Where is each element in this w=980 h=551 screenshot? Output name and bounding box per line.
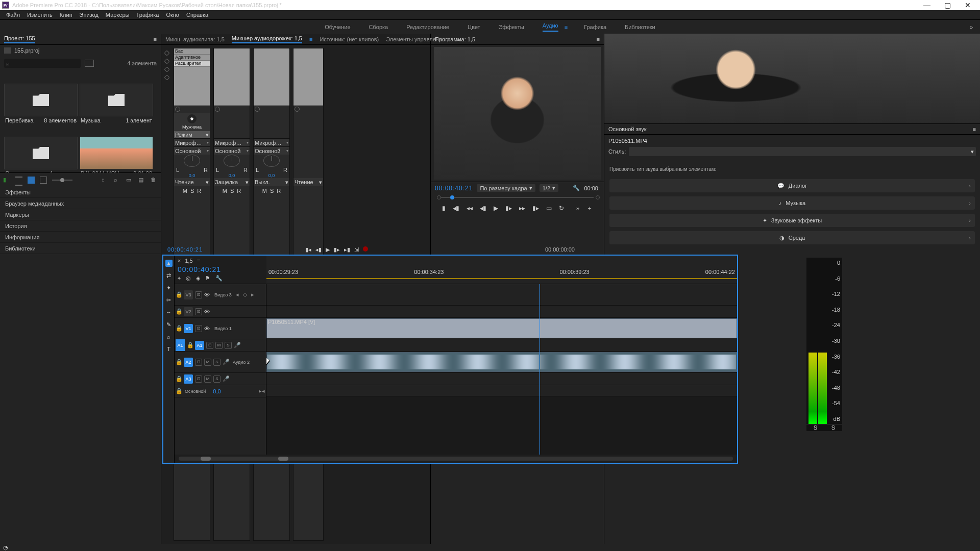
record-button[interactable]: R — [197, 188, 201, 194]
play-button[interactable]: ▶ — [494, 205, 498, 212]
automation-mode-dropdown[interactable]: Выкл.▾ — [254, 178, 289, 186]
track-a2-header[interactable]: 🔒 A2 ⊡ M S 🎤 Аудио 2 — [175, 352, 266, 373]
sync-lock[interactable]: ⊡ — [206, 342, 213, 349]
output-dropdown[interactable]: Основной▾ — [254, 146, 289, 155]
work-area-bar[interactable] — [266, 278, 737, 279]
track-target[interactable]: A3 — [184, 374, 193, 384]
tab-mixer-menu-icon[interactable]: ≡ — [309, 36, 312, 42]
export-frame-button[interactable]: ▭ — [546, 205, 552, 212]
ripple-tool[interactable]: ✦ — [165, 284, 173, 291]
mute-button[interactable]: M — [204, 359, 211, 366]
sync-lock[interactable]: ⊡ — [195, 375, 202, 383]
thumbnail-size-slider[interactable] — [52, 180, 72, 181]
timeline-ruler[interactable]: 00:00:29:23 00:00:34:23 00:00:39:23 00:0… — [266, 256, 737, 284]
zoom-fit-dropdown[interactable]: По размеру кадра▾ — [477, 184, 535, 192]
button-editor[interactable]: ＋ — [586, 204, 593, 213]
new-bin-button[interactable]: ▭ — [126, 177, 133, 184]
master-value[interactable]: 0,0 — [213, 388, 220, 394]
mixer-show-hide-icon[interactable] — [164, 50, 169, 56]
step-back[interactable]: ◂▮ — [315, 246, 322, 253]
project-search-input[interactable]: ⌕ — [4, 59, 81, 68]
sfx-button[interactable]: ✦Звуковые эффекты› — [609, 214, 975, 227]
type-tool[interactable]: T — [165, 345, 173, 353]
transport-overflow[interactable]: » — [576, 205, 579, 211]
workspace-tab-editing[interactable]: Редактирование — [404, 24, 451, 30]
list-view-button[interactable] — [15, 177, 22, 184]
pan-knob[interactable]: LR0,0 — [214, 155, 250, 178]
selection-tool[interactable]: ▲ — [165, 260, 173, 267]
bin-dji-clip[interactable]: DJI_0044.MOV9:21:08 — [80, 126, 153, 172]
step-fwd[interactable]: ▮▸ — [334, 246, 340, 253]
record-indicator[interactable] — [363, 246, 368, 252]
mute-button[interactable]: M — [204, 375, 211, 383]
workspace-tab-assembly[interactable]: Сборка — [367, 24, 390, 30]
solo-button[interactable]: S — [225, 342, 232, 349]
tab-track-mixer[interactable]: Микшер аудиодорожек: 1,5 — [232, 35, 302, 43]
panel-info[interactable]: Информация — [0, 232, 161, 243]
solo-left[interactable]: S — [814, 424, 817, 431]
timeline-lanes[interactable]: P1050511.MP4 [V] — [266, 284, 737, 455]
lock-icon[interactable]: 🔒 — [176, 291, 182, 298]
lock-icon[interactable]: 🔒 — [187, 342, 193, 348]
lock-icon[interactable]: 🔒 — [176, 308, 182, 315]
track-v2-header[interactable]: 🔒 V2 ⊡ 👁 — [175, 306, 266, 318]
mark-in-button[interactable]: ◂▮ — [453, 205, 459, 212]
workspace-overflow-button[interactable]: » — [970, 24, 973, 30]
tab-source[interactable]: Источник: (нет клипов) — [320, 36, 379, 42]
add-keyframe[interactable]: ◇ — [243, 291, 247, 298]
bin-music[interactable]: Музыка1 элемент — [80, 72, 153, 123]
send-slot[interactable] — [254, 106, 289, 113]
menu-window[interactable]: Окно — [163, 12, 182, 18]
track-target[interactable]: V3 — [184, 290, 193, 299]
menu-markers[interactable]: Маркеры — [103, 12, 133, 18]
workspace-tab-graphics[interactable]: Графика — [582, 24, 608, 30]
insert[interactable]: ⇲ — [354, 246, 359, 253]
program-panel-menu-icon[interactable]: ≡ — [597, 36, 600, 42]
out-icon[interactable]: ▸◂ — [259, 388, 265, 394]
maximize-button[interactable]: ▢ — [937, 1, 958, 9]
track-a3-header[interactable]: 🔒 A3 ⊡ M S 🎤 — [175, 373, 266, 385]
workspace-audio-menu-icon[interactable]: ≡ — [565, 24, 568, 30]
record-button[interactable]: R — [277, 188, 281, 194]
seq-close-icon[interactable]: × — [178, 258, 181, 264]
menu-clip[interactable]: Клип — [57, 12, 76, 18]
tab-effect-controls[interactable]: Элементы управления э — [386, 36, 450, 42]
delete-button[interactable]: 🗑 — [151, 177, 158, 184]
new-item-button[interactable]: ▤ — [138, 177, 145, 184]
program-video[interactable] — [434, 47, 601, 180]
eye-icon[interactable]: 👁 — [204, 309, 211, 315]
sort-button[interactable]: ↕ — [102, 177, 109, 184]
fx-slot-bass[interactable]: Бас — [174, 48, 210, 55]
close-button[interactable]: ✕ — [958, 1, 978, 9]
fx-slot-adaptive[interactable]: Адаптивное — [174, 55, 210, 61]
sequence-name[interactable]: 1,5 — [185, 258, 192, 264]
panel-history[interactable]: История — [0, 220, 161, 232]
ambience-button[interactable]: ◑Среда› — [609, 231, 975, 244]
sync-lock[interactable]: ⊡ — [195, 325, 202, 332]
next-keyframe[interactable]: ▸ — [251, 291, 254, 298]
pan-knob[interactable]: LR 0,0 — [174, 155, 210, 178]
go-to-out-button[interactable]: ▸▸ — [519, 205, 525, 212]
preset-avatar-icon[interactable] — [187, 114, 197, 123]
timeline-top-timecode[interactable]: 00:00:40:21 — [167, 246, 203, 253]
preset-mode-dropdown[interactable]: Режим▾ — [174, 131, 210, 138]
snap-icon[interactable]: ⌖ — [178, 275, 181, 282]
workspace-tab-effects[interactable]: Эффекты — [497, 24, 526, 30]
record-button[interactable]: R — [237, 188, 241, 194]
output-dropdown[interactable]: Основной▾ — [214, 146, 250, 155]
minimize-button[interactable]: — — [917, 1, 937, 9]
mic-icon[interactable]: 🎤 — [223, 359, 230, 365]
mark-out-button[interactable]: ▮▸ — [532, 205, 539, 212]
track-target[interactable]: A1 — [195, 341, 204, 350]
marker-icon[interactable]: ◈ — [196, 275, 200, 282]
input-dropdown[interactable]: Микроф…▾ — [174, 138, 210, 146]
input-dropdown[interactable]: Микроф…▾ — [254, 138, 289, 146]
menu-graphics[interactable]: Графика — [133, 12, 162, 18]
sync-lock[interactable]: ⊡ — [195, 308, 202, 315]
project-panel-menu-icon[interactable]: ≡ — [154, 36, 157, 42]
dialogue-button[interactable]: 💬Диалог› — [609, 179, 975, 192]
mute-button[interactable]: M — [215, 342, 223, 349]
automation-mode-dropdown[interactable]: Чтение▾ — [174, 178, 210, 186]
track-master-header[interactable]: 🔒 Основной 0,0 ▸◂ — [175, 385, 266, 397]
slip-tool[interactable]: ↔ — [165, 309, 173, 316]
